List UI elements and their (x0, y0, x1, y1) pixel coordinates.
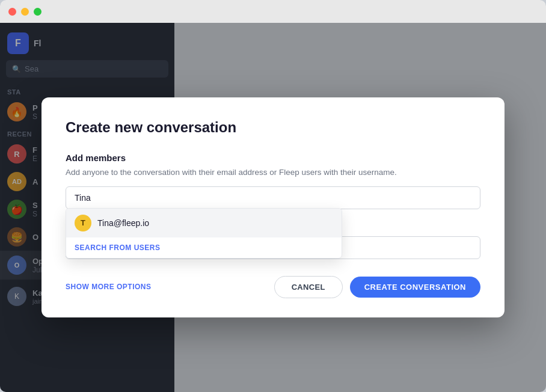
add-members-section: Add members Add anyone to the conversati… (66, 153, 480, 209)
footer-buttons: CANCEL CREATE CONVERSATION (274, 276, 480, 298)
modal-overlay: Create new conversation Add members Add … (0, 23, 546, 392)
modal-title: Create new conversation (66, 119, 480, 136)
members-dropdown: T Tina@fleep.io SEARCH FROM USERS (66, 208, 342, 259)
maximize-button[interactable] (34, 8, 41, 16)
window: F Fl 🔍 Sea STA 🔥 P S RECEN R F (0, 0, 546, 392)
add-members-label: Add members (66, 153, 480, 163)
show-more-options-button[interactable]: SHOW MORE OPTIONS (66, 283, 152, 291)
dropdown-email: Tina@fleep.io (97, 218, 149, 228)
dropdown-search-from-users[interactable]: SEARCH FROM USERS (66, 237, 342, 258)
dropdown-tina-item[interactable]: T Tina@fleep.io (66, 209, 342, 237)
dropdown-avatar-t: T (75, 215, 91, 231)
members-input-wrapper: T Tina@fleep.io SEARCH FROM USERS (66, 186, 480, 209)
title-bar (0, 0, 546, 23)
modal-dialog: Create new conversation Add members Add … (41, 97, 505, 317)
minimize-button[interactable] (21, 8, 29, 16)
add-members-description: Add anyone to the conversation with thei… (66, 167, 480, 179)
members-input[interactable] (66, 186, 480, 209)
modal-footer: SHOW MORE OPTIONS CANCEL CREATE CONVERSA… (66, 276, 480, 298)
cancel-button[interactable]: CANCEL (274, 276, 343, 298)
search-from-users-label: SEARCH FROM USERS (75, 243, 161, 252)
close-button[interactable] (8, 8, 16, 16)
create-conversation-button[interactable]: CREATE CONVERSATION (350, 277, 480, 298)
